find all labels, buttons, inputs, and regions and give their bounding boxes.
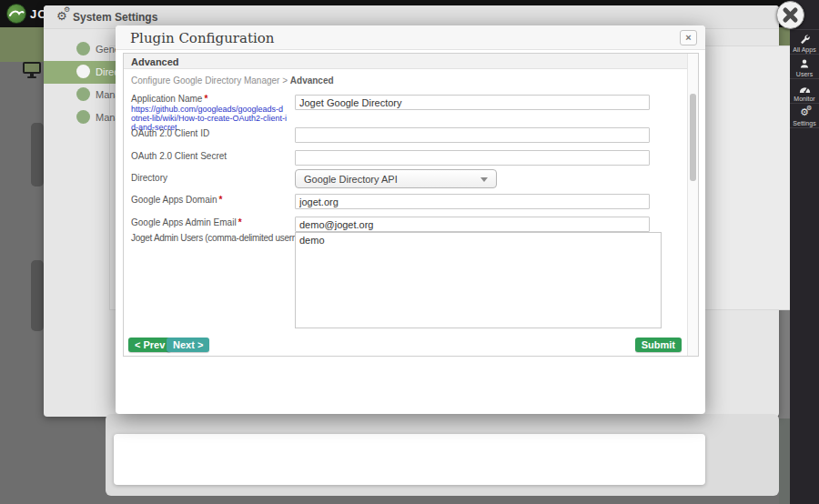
required-asterisk: * (238, 217, 242, 227)
field-label-google-apps-domain: Google Apps Domain* (131, 195, 222, 205)
field-label-admin-email: Google Apps Admin Email* (131, 217, 242, 227)
field-label-joget-admin-users: Joget Admin Users (comma-delimited usern… (131, 233, 320, 243)
gauge-icon (799, 83, 811, 94)
chevron-down-icon (480, 177, 488, 182)
user-icon (799, 58, 810, 69)
overlay-close-button[interactable] (776, 1, 804, 29)
oauth-client-id-input[interactable] (295, 127, 650, 143)
modal-title: Plugin Configuration (130, 30, 274, 46)
prev-button[interactable]: < Prev (128, 338, 171, 352)
field-label-client-secret: OAuth 2.0 Client Secret (131, 151, 227, 161)
joget-logo-icon[interactable] (6, 4, 26, 24)
form-section-title: Advanced (131, 56, 179, 67)
cogs-icon: ⚙⚙ (56, 9, 67, 23)
breadcrumb: Configure Google Directory Manager > Adv… (131, 76, 334, 86)
form-section-header: Advanced (124, 54, 698, 69)
form-scrollbar-thumb[interactable] (690, 94, 696, 181)
form-scrollbar-track[interactable] (687, 54, 698, 356)
directory-select[interactable]: Google Directory API (295, 169, 497, 188)
menu-bullet-icon (76, 42, 90, 55)
menu-bullet-icon (76, 87, 90, 101)
monitor-icon (22, 61, 42, 79)
logo-swirl (7, 5, 25, 23)
plugin-configuration-modal: Plugin Configuration × Advanced Configur… (116, 25, 705, 414)
dimmed-card-edge (31, 260, 44, 331)
google-apps-admin-email-input[interactable] (295, 217, 650, 232)
menu-bullet-icon (76, 65, 90, 78)
directory-select-value: Google Directory API (304, 174, 398, 185)
sidebar-item-monitor[interactable]: Monitor (790, 79, 819, 104)
field-label-application-name: Application Name* (131, 94, 207, 104)
next-button[interactable]: Next > (167, 338, 209, 352)
joget-admin-users-textarea[interactable]: demo (295, 232, 662, 328)
application-name-input[interactable] (295, 95, 650, 110)
wrench-icon (799, 34, 810, 45)
plugin-form-panel: Advanced Configure Google Directory Mana… (123, 53, 699, 357)
close-x-icon (777, 2, 804, 28)
google-apps-domain-input[interactable] (295, 194, 650, 209)
sidebar-item-all-apps[interactable]: All Apps (790, 30, 819, 55)
oauth-client-secret-input[interactable] (295, 150, 650, 166)
sidebar-item-users[interactable]: Users (790, 55, 819, 79)
submit-button[interactable]: Submit (635, 338, 682, 352)
required-asterisk: * (219, 195, 223, 205)
screen: JOGET ⚙⚙ System Settings General Setting… (0, 0, 819, 504)
background-card (114, 434, 705, 485)
page-scrollbar-track (779, 418, 790, 504)
sidebar-item-settings[interactable]: ⚙⚙ Settings (790, 104, 819, 128)
modal-close-button[interactable]: × (680, 30, 697, 45)
menu-bullet-icon (76, 110, 90, 124)
required-asterisk: * (204, 94, 207, 104)
admin-right-sidebar: All Apps Users (790, 0, 819, 504)
system-settings-title: System Settings (73, 11, 157, 24)
cogs-icon: ⚙⚙ (800, 107, 809, 118)
dimmed-card-edge (31, 123, 44, 186)
field-label-directory: Directory (131, 173, 167, 183)
modal-header: Plugin Configuration × (116, 25, 705, 50)
field-label-client-id: OAuth 2.0 Client ID (131, 128, 209, 138)
